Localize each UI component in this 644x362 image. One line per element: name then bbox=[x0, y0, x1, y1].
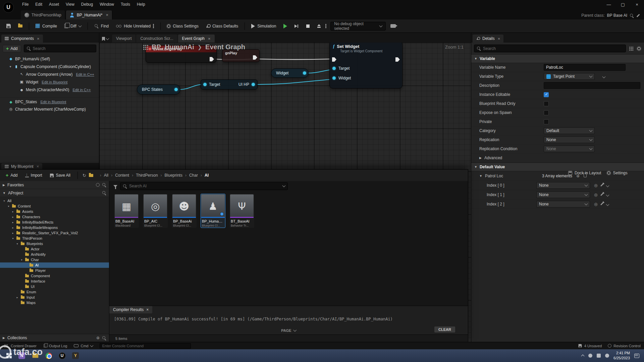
component-tree-item[interactable]: ▣ Widget Edit in Blueprint bbox=[0, 78, 99, 86]
folder-tree-item[interactable]: ▾ Blueprints bbox=[0, 241, 109, 246]
graph-tab[interactable]: Viewport × bbox=[112, 35, 136, 43]
simulation-button[interactable]: Simulation bbox=[248, 21, 279, 31]
eyedropper-icon[interactable] bbox=[600, 183, 603, 186]
edit-icon[interactable] bbox=[637, 14, 640, 17]
add-collection-icon[interactable]: ⊕ bbox=[96, 336, 100, 340]
menu-item[interactable]: Help bbox=[133, 1, 149, 8]
parent-class-link[interactable]: BP Base AI bbox=[607, 13, 628, 18]
use-selected-icon[interactable]: ◎ bbox=[594, 202, 597, 206]
index-value-dropdown[interactable]: None bbox=[536, 182, 590, 189]
clear-button[interactable]: CLEAR bbox=[434, 326, 455, 333]
folder-tree-item[interactable]: ▾ ThirdPerson bbox=[0, 236, 109, 241]
class-defaults-button[interactable]: Class Defaults bbox=[203, 21, 241, 31]
folder-tree-item[interactable]: Enum bbox=[0, 289, 109, 295]
components-panel-tab[interactable]: Components × bbox=[1, 35, 43, 43]
target-input-pin[interactable] bbox=[332, 67, 336, 70]
index-value-dropdown[interactable]: None bbox=[536, 191, 590, 198]
unreal-logo-icon[interactable]: U bbox=[3, 2, 14, 13]
compile-button[interactable]: Compile bbox=[33, 21, 60, 31]
details-panel-tab[interactable]: Details × bbox=[473, 35, 503, 43]
my-blueprint-panel-tab[interactable]: My Blueprint × bbox=[1, 163, 42, 170]
expander-arrow-icon[interactable]: ▾ bbox=[20, 258, 23, 261]
minimize-button[interactable]: — bbox=[602, 0, 616, 9]
replication-dropdown[interactable]: None bbox=[544, 136, 595, 143]
browse-button[interactable] bbox=[15, 22, 25, 30]
expander-arrow-icon[interactable]: ▾ bbox=[7, 205, 10, 208]
eject-button[interactable] bbox=[314, 22, 324, 31]
folder-tree-item[interactable]: ▸ InfinityBladeEffects bbox=[0, 220, 109, 225]
breadcrumb-segment[interactable]: AI bbox=[198, 173, 209, 178]
taskbar-app-unreal[interactable]: U bbox=[57, 351, 67, 361]
breadcrumb-segment[interactable]: Char bbox=[182, 173, 198, 178]
folder-tree-item[interactable]: ▸ Input bbox=[0, 295, 109, 300]
close-icon[interactable]: × bbox=[37, 36, 40, 41]
menu-item[interactable]: Debug bbox=[78, 1, 96, 8]
instance-editable-checkbox[interactable] bbox=[544, 92, 549, 97]
close-icon[interactable]: × bbox=[146, 307, 149, 312]
diff-button[interactable]: Diff bbox=[61, 21, 84, 31]
exec-output-pin[interactable] bbox=[395, 57, 400, 62]
gear-icon[interactable] bbox=[637, 47, 641, 50]
exec-input-pin[interactable] bbox=[332, 57, 336, 62]
index-value-dropdown[interactable]: None bbox=[536, 201, 590, 207]
event-beginplay-node-clipped[interactable]: gnPlay bbox=[222, 49, 260, 62]
tray-icon-1[interactable] bbox=[588, 354, 592, 358]
folder-tree-item[interactable]: ▸ InfinityBladeWeapons bbox=[0, 225, 109, 230]
set-widget-node[interactable]: f Set Widget Target is Widget Component … bbox=[329, 43, 402, 88]
advanced-expander-row[interactable]: ▶ Advanced bbox=[471, 154, 644, 163]
breadcrumb-segment[interactable]: ThirdPerson bbox=[129, 173, 158, 178]
blueprint-read-only-checkbox[interactable] bbox=[544, 101, 549, 106]
play-options-icon[interactable] bbox=[325, 24, 326, 28]
output-log-button[interactable]: Output Log bbox=[43, 344, 67, 348]
search-icon[interactable] bbox=[630, 13, 634, 18]
expander-arrow-icon[interactable]: ▾ bbox=[16, 242, 19, 245]
expander-arrow-icon[interactable]: ▸ bbox=[11, 216, 14, 219]
component-tree-item[interactable]: ◆ BPC_States Edit in Blueprint bbox=[0, 98, 99, 105]
element-options-chevron[interactable] bbox=[606, 193, 609, 196]
asset-card[interactable]: ☻ BP_BaseAi Blueprint Cl... bbox=[172, 194, 197, 228]
taskbar-app-y[interactable]: Y bbox=[70, 351, 80, 361]
get-bpc-states-node[interactable]: BPC States bbox=[137, 84, 180, 95]
menu-item[interactable]: Window bbox=[96, 1, 117, 8]
asset-tab[interactable]: BP_HumanAi* × bbox=[66, 10, 112, 19]
graph-bookmark-control[interactable] bbox=[102, 37, 109, 41]
taskbar-clock[interactable]: 2:41 PM 6/25/2023 bbox=[613, 351, 630, 361]
folder-tree-item[interactable]: ▸ Assets bbox=[0, 209, 109, 214]
breadcrumb-graph-name[interactable]: Event Graph bbox=[205, 43, 245, 51]
folder-tree-item[interactable]: ▾ Char bbox=[0, 257, 109, 262]
class-settings-button[interactable]: Class Settings bbox=[164, 21, 202, 31]
description-input[interactable] bbox=[544, 82, 640, 89]
folder-tree-item[interactable]: Component bbox=[0, 273, 109, 279]
drawer-settings-button[interactable]: Settings bbox=[607, 171, 627, 175]
menu-item[interactable]: Asset bbox=[46, 1, 62, 8]
asset-card[interactable]: ♟ BP_HumanAi Blueprint Cl... bbox=[201, 194, 225, 228]
component-edit-link[interactable]: Edit in C++ bbox=[76, 72, 94, 76]
variable-section-header[interactable]: ▼ Variable bbox=[471, 54, 644, 63]
tray-icon-2[interactable] bbox=[597, 354, 601, 358]
debug-filter-icon[interactable] bbox=[390, 24, 396, 28]
tray-icon-3[interactable] bbox=[605, 354, 609, 358]
debug-object-dropdown[interactable]: No debug object selected bbox=[330, 22, 386, 31]
breadcrumb-segment[interactable]: All bbox=[97, 173, 108, 178]
folder-tree-item[interactable]: Interface bbox=[0, 279, 109, 284]
folder-tree-item[interactable]: Actor bbox=[0, 246, 109, 252]
category-dropdown[interactable]: Default bbox=[544, 127, 595, 134]
widget-input-pin[interactable] bbox=[332, 76, 336, 80]
more-options-icon[interactable] bbox=[153, 24, 154, 28]
notification-center-icon[interactable] bbox=[634, 354, 639, 358]
chevron-down-icon[interactable] bbox=[602, 75, 606, 78]
close-icon[interactable]: × bbox=[498, 36, 500, 41]
search-icon[interactable] bbox=[102, 191, 106, 195]
asset-search-input[interactable] bbox=[129, 184, 281, 188]
component-tree-item[interactable]: ☻ Mesh (CharacterMesh0) Edit in C++ bbox=[0, 86, 99, 94]
component-tree-item[interactable]: ▾ ▮ Capsule Component (CollisionCylinder… bbox=[0, 63, 99, 70]
menu-item[interactable]: View bbox=[62, 1, 78, 8]
taskbar-app-chrome[interactable] bbox=[44, 351, 54, 361]
expander-arrow-icon[interactable]: ▸ bbox=[11, 221, 14, 224]
component-tree-item[interactable]: ↖ Arrow Component (Arrow) Edit in C++ bbox=[0, 70, 99, 78]
folder-tree-item[interactable]: UI bbox=[0, 284, 109, 289]
ui-hp-output-pin[interactable] bbox=[252, 83, 255, 86]
expander-arrow-icon[interactable]: ▼ bbox=[479, 174, 482, 178]
components-search-input[interactable] bbox=[33, 46, 94, 51]
element-options-chevron[interactable] bbox=[606, 184, 609, 187]
